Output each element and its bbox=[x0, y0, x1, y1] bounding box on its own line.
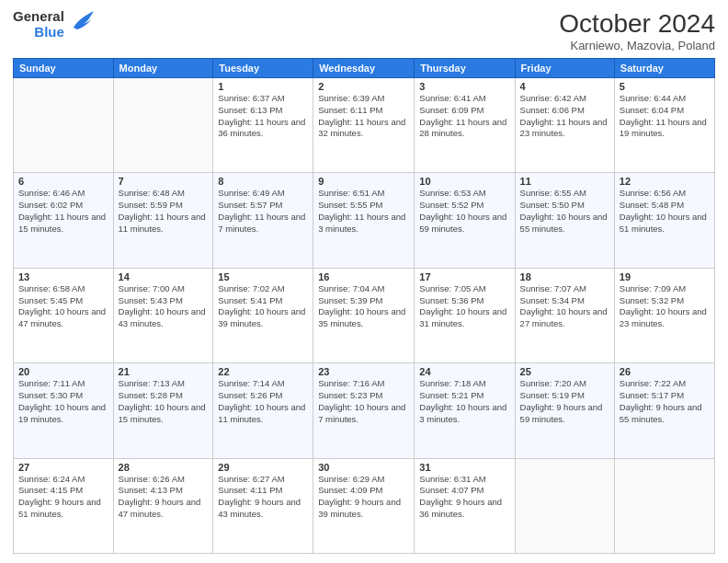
day-number: 25 bbox=[520, 366, 609, 377]
calendar-day-cell: 6Sunrise: 6:46 AM Sunset: 6:02 PM Daylig… bbox=[14, 173, 114, 268]
day-info: Sunrise: 6:37 AM Sunset: 6:13 PM Dayligh… bbox=[218, 93, 308, 140]
calendar-day-header: Sunday bbox=[14, 59, 114, 78]
calendar-day-cell: 7Sunrise: 6:48 AM Sunset: 5:59 PM Daylig… bbox=[113, 173, 213, 268]
day-number: 24 bbox=[419, 366, 509, 377]
day-info: Sunrise: 7:13 AM Sunset: 5:28 PM Dayligh… bbox=[119, 378, 209, 425]
day-info: Sunrise: 6:31 AM Sunset: 4:07 PM Dayligh… bbox=[419, 474, 509, 521]
calendar-day-cell: 31Sunrise: 6:31 AM Sunset: 4:07 PM Dayli… bbox=[415, 458, 515, 553]
day-info: Sunrise: 7:02 AM Sunset: 5:41 PM Dayligh… bbox=[218, 283, 308, 330]
day-info: Sunrise: 6:42 AM Sunset: 6:06 PM Dayligh… bbox=[520, 93, 609, 140]
day-number: 2 bbox=[318, 81, 409, 92]
day-info: Sunrise: 6:29 AM Sunset: 4:09 PM Dayligh… bbox=[318, 474, 409, 521]
calendar-day-cell bbox=[614, 458, 714, 553]
calendar-day-cell: 23Sunrise: 7:16 AM Sunset: 5:23 PM Dayli… bbox=[313, 363, 415, 458]
header: General Blue October 2024 Karniewo, Mazo… bbox=[13, 9, 715, 52]
calendar-day-cell: 3Sunrise: 6:41 AM Sunset: 6:09 PM Daylig… bbox=[415, 78, 515, 173]
day-info: Sunrise: 6:51 AM Sunset: 5:55 PM Dayligh… bbox=[318, 188, 409, 235]
page: General Blue October 2024 Karniewo, Mazo… bbox=[0, 0, 728, 563]
calendar-day-cell: 20Sunrise: 7:11 AM Sunset: 5:30 PM Dayli… bbox=[14, 363, 114, 458]
day-info: Sunrise: 6:27 AM Sunset: 4:11 PM Dayligh… bbox=[218, 474, 308, 521]
calendar-day-cell: 22Sunrise: 7:14 AM Sunset: 5:26 PM Dayli… bbox=[213, 363, 313, 458]
calendar-day-cell: 19Sunrise: 7:09 AM Sunset: 5:32 PM Dayli… bbox=[614, 268, 714, 362]
day-number: 18 bbox=[520, 271, 609, 282]
day-number: 19 bbox=[620, 271, 710, 282]
calendar-day-header: Friday bbox=[515, 59, 614, 78]
calendar-week-row: 13Sunrise: 6:58 AM Sunset: 5:45 PM Dayli… bbox=[14, 268, 715, 362]
day-number: 30 bbox=[318, 462, 409, 473]
calendar-day-cell: 1Sunrise: 6:37 AM Sunset: 6:13 PM Daylig… bbox=[213, 78, 313, 173]
day-number: 14 bbox=[119, 271, 209, 282]
day-number: 26 bbox=[620, 366, 710, 377]
calendar-day-cell: 28Sunrise: 6:26 AM Sunset: 4:13 PM Dayli… bbox=[113, 458, 213, 553]
day-info: Sunrise: 7:22 AM Sunset: 5:17 PM Dayligh… bbox=[620, 378, 710, 425]
day-info: Sunrise: 6:39 AM Sunset: 6:11 PM Dayligh… bbox=[318, 93, 409, 140]
day-number: 22 bbox=[218, 366, 308, 377]
day-number: 27 bbox=[18, 462, 108, 473]
calendar-day-cell: 30Sunrise: 6:29 AM Sunset: 4:09 PM Dayli… bbox=[313, 458, 415, 553]
day-info: Sunrise: 6:56 AM Sunset: 5:48 PM Dayligh… bbox=[620, 188, 710, 235]
day-number: 21 bbox=[119, 366, 209, 377]
day-info: Sunrise: 6:26 AM Sunset: 4:13 PM Dayligh… bbox=[119, 474, 209, 521]
month-title: October 2024 bbox=[559, 9, 715, 39]
calendar-table: SundayMondayTuesdayWednesdayThursdayFrid… bbox=[13, 58, 715, 554]
day-number: 11 bbox=[520, 176, 609, 187]
day-info: Sunrise: 7:00 AM Sunset: 5:43 PM Dayligh… bbox=[119, 283, 209, 330]
logo-bird-icon bbox=[70, 7, 96, 39]
day-number: 1 bbox=[218, 81, 308, 92]
day-info: Sunrise: 7:09 AM Sunset: 5:32 PM Dayligh… bbox=[620, 283, 710, 330]
day-info: Sunrise: 6:41 AM Sunset: 6:09 PM Dayligh… bbox=[419, 93, 509, 140]
calendar-day-cell bbox=[14, 78, 114, 173]
logo: General Blue bbox=[13, 9, 96, 40]
calendar-day-cell: 12Sunrise: 6:56 AM Sunset: 5:48 PM Dayli… bbox=[614, 173, 714, 268]
calendar-day-cell: 27Sunrise: 6:24 AM Sunset: 4:15 PM Dayli… bbox=[14, 458, 114, 553]
day-info: Sunrise: 7:05 AM Sunset: 5:36 PM Dayligh… bbox=[419, 283, 509, 330]
day-number: 16 bbox=[318, 271, 409, 282]
calendar-day-header: Saturday bbox=[614, 59, 714, 78]
day-info: Sunrise: 6:48 AM Sunset: 5:59 PM Dayligh… bbox=[119, 188, 209, 235]
day-number: 28 bbox=[119, 462, 209, 473]
day-number: 15 bbox=[218, 271, 308, 282]
calendar-day-cell: 8Sunrise: 6:49 AM Sunset: 5:57 PM Daylig… bbox=[213, 173, 313, 268]
day-number: 9 bbox=[318, 176, 409, 187]
calendar-day-cell bbox=[515, 458, 614, 553]
day-info: Sunrise: 7:18 AM Sunset: 5:21 PM Dayligh… bbox=[419, 378, 509, 425]
calendar-day-header: Monday bbox=[113, 59, 213, 78]
calendar-day-cell: 14Sunrise: 7:00 AM Sunset: 5:43 PM Dayli… bbox=[113, 268, 213, 362]
calendar-day-cell: 2Sunrise: 6:39 AM Sunset: 6:11 PM Daylig… bbox=[313, 78, 415, 173]
location-title: Karniewo, Mazovia, Poland bbox=[559, 39, 715, 52]
day-info: Sunrise: 6:53 AM Sunset: 5:52 PM Dayligh… bbox=[419, 188, 509, 235]
day-number: 31 bbox=[419, 462, 509, 473]
calendar-day-cell: 24Sunrise: 7:18 AM Sunset: 5:21 PM Dayli… bbox=[415, 363, 515, 458]
day-number: 6 bbox=[18, 176, 108, 187]
calendar-day-cell: 11Sunrise: 6:55 AM Sunset: 5:50 PM Dayli… bbox=[515, 173, 614, 268]
calendar-day-cell: 16Sunrise: 7:04 AM Sunset: 5:39 PM Dayli… bbox=[313, 268, 415, 362]
day-number: 8 bbox=[218, 176, 308, 187]
day-info: Sunrise: 6:58 AM Sunset: 5:45 PM Dayligh… bbox=[18, 283, 108, 330]
logo-blue-text: Blue bbox=[34, 25, 64, 40]
day-info: Sunrise: 7:07 AM Sunset: 5:34 PM Dayligh… bbox=[520, 283, 609, 330]
calendar-day-header: Tuesday bbox=[213, 59, 313, 78]
day-info: Sunrise: 6:44 AM Sunset: 6:04 PM Dayligh… bbox=[620, 93, 710, 140]
calendar-day-header: Wednesday bbox=[313, 59, 415, 78]
calendar-day-cell: 5Sunrise: 6:44 AM Sunset: 6:04 PM Daylig… bbox=[614, 78, 714, 173]
calendar-day-cell: 13Sunrise: 6:58 AM Sunset: 5:45 PM Dayli… bbox=[14, 268, 114, 362]
calendar-day-cell: 9Sunrise: 6:51 AM Sunset: 5:55 PM Daylig… bbox=[313, 173, 415, 268]
title-block: October 2024 Karniewo, Mazovia, Poland bbox=[559, 9, 715, 52]
calendar-header-row: SundayMondayTuesdayWednesdayThursdayFrid… bbox=[14, 59, 715, 78]
calendar-day-cell: 4Sunrise: 6:42 AM Sunset: 6:06 PM Daylig… bbox=[515, 78, 614, 173]
calendar-day-cell bbox=[113, 78, 213, 173]
day-info: Sunrise: 6:46 AM Sunset: 6:02 PM Dayligh… bbox=[18, 188, 108, 235]
calendar-day-cell: 29Sunrise: 6:27 AM Sunset: 4:11 PM Dayli… bbox=[213, 458, 313, 553]
calendar-day-cell: 21Sunrise: 7:13 AM Sunset: 5:28 PM Dayli… bbox=[113, 363, 213, 458]
day-number: 20 bbox=[18, 366, 108, 377]
calendar-day-cell: 10Sunrise: 6:53 AM Sunset: 5:52 PM Dayli… bbox=[415, 173, 515, 268]
day-number: 12 bbox=[620, 176, 710, 187]
day-info: Sunrise: 6:55 AM Sunset: 5:50 PM Dayligh… bbox=[520, 188, 609, 235]
calendar-week-row: 1Sunrise: 6:37 AM Sunset: 6:13 PM Daylig… bbox=[14, 78, 715, 173]
day-number: 7 bbox=[119, 176, 209, 187]
logo-general-text: General bbox=[13, 9, 64, 25]
day-number: 10 bbox=[419, 176, 509, 187]
day-number: 17 bbox=[419, 271, 509, 282]
day-info: Sunrise: 7:04 AM Sunset: 5:39 PM Dayligh… bbox=[318, 283, 409, 330]
calendar-day-cell: 17Sunrise: 7:05 AM Sunset: 5:36 PM Dayli… bbox=[415, 268, 515, 362]
